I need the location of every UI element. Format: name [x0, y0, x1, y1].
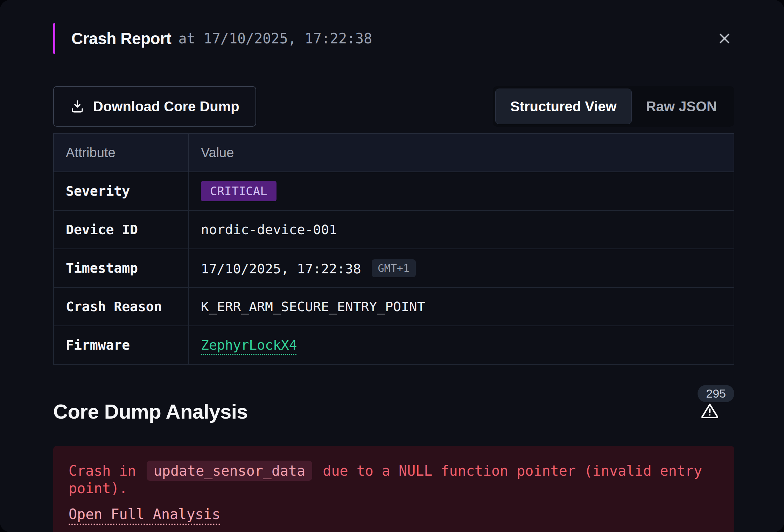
download-button-label: Download Core Dump: [93, 99, 239, 114]
open-full-analysis-link[interactable]: Open Full Analysis: [69, 506, 220, 522]
firmware-link[interactable]: ZephyrLockX4: [201, 337, 297, 353]
table-row-crash-reason: Crash Reason K_ERR_ARM_SECURE_ENTRY_POIN…: [54, 287, 734, 326]
crash-reason-value: K_ERR_ARM_SECURE_ENTRY_POINT: [189, 287, 734, 326]
tab-raw-json[interactable]: Raw JSON: [631, 89, 732, 124]
toolbar: Download Core Dump Structured View Raw J…: [53, 86, 734, 127]
view-toggle-group: Structured View Raw JSON: [493, 86, 734, 127]
crash-function-code-chip: update_sensor_data: [147, 461, 312, 481]
crash-report-dialog: Crash Report at 17/10/2025, 17:22:38 Dow…: [0, 0, 784, 532]
dialog-title: Crash Report: [71, 29, 171, 48]
crash-attribute-table: Attribute Value Severity CRITICAL Device…: [53, 133, 734, 365]
table-header-row: Attribute Value: [54, 133, 734, 172]
table-row-device-id: Device ID nordic-device-001: [54, 210, 734, 249]
alert-text-before: Crash in: [69, 463, 136, 479]
device-id-value: nordic-device-001: [189, 210, 734, 249]
timestamp-label: Timestamp: [54, 249, 189, 287]
warning-count-indicator[interactable]: 295: [698, 385, 734, 418]
analysis-heading: Core Dump Analysis: [53, 400, 248, 423]
table-row-timestamp: Timestamp 17/10/2025, 17:22:38GMT+1: [54, 249, 734, 287]
close-button[interactable]: [715, 29, 734, 48]
warning-triangle-icon: [701, 402, 732, 418]
dialog-header: Crash Report at 17/10/2025, 17:22:38: [53, 23, 734, 54]
timestamp-value: 17/10/2025, 17:22:38: [201, 261, 361, 276]
close-icon: [718, 31, 732, 46]
alert-message: Crash in update_sensor_data due to a NUL…: [69, 462, 719, 497]
warning-count-badge: 295: [698, 385, 734, 402]
device-id-label: Device ID: [54, 210, 189, 249]
table-row-firmware: Firmware ZephyrLockX4: [54, 326, 734, 364]
crash-reason-label: Crash Reason: [54, 287, 189, 326]
download-icon: [70, 99, 85, 114]
timezone-chip: GMT+1: [372, 259, 416, 277]
dialog-timestamp: at 17/10/2025, 17:22:38: [178, 30, 372, 47]
column-header-value: Value: [189, 133, 734, 172]
download-core-dump-button[interactable]: Download Core Dump: [53, 86, 256, 127]
accent-bar: [53, 23, 55, 54]
column-header-attribute: Attribute: [54, 133, 189, 172]
severity-badge: CRITICAL: [201, 181, 276, 201]
crash-analysis-alert: Crash in update_sensor_data due to a NUL…: [53, 446, 734, 532]
severity-label: Severity: [54, 172, 189, 210]
tab-structured-view[interactable]: Structured View: [496, 89, 631, 124]
analysis-section-header: Core Dump Analysis 295: [53, 385, 734, 421]
firmware-label: Firmware: [54, 326, 189, 364]
table-row-severity: Severity CRITICAL: [54, 172, 734, 210]
